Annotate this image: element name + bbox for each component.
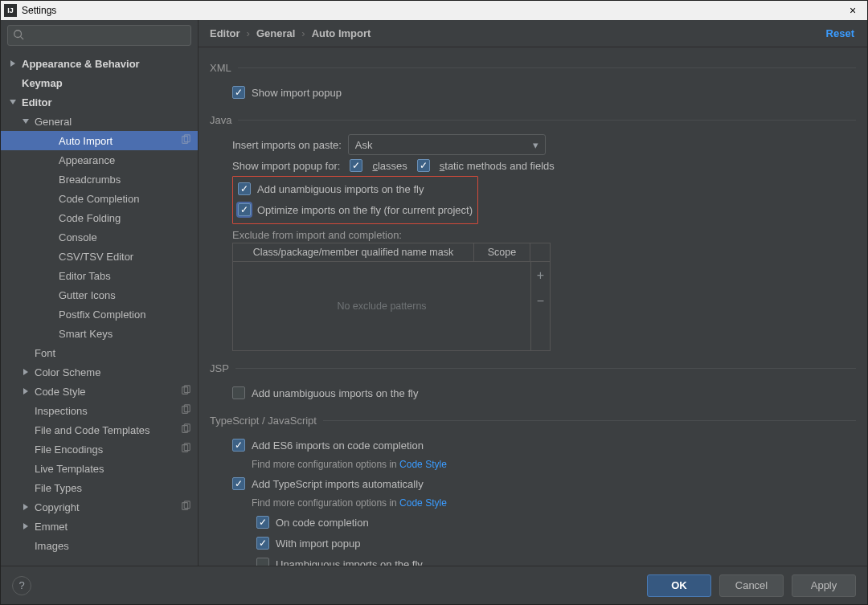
svg-line-1 bbox=[21, 36, 24, 39]
xml-show-popup-checkbox[interactable] bbox=[232, 86, 245, 99]
cancel-button[interactable]: Cancel bbox=[719, 574, 784, 597]
sidebar-item-csv-tsv-editor[interactable]: CSV/TSV Editor bbox=[1, 247, 198, 266]
group-jsp: JSP Add unambiguous imports on the fly bbox=[210, 362, 856, 403]
breadcrumb-auto-import: Auto Import bbox=[312, 27, 371, 39]
group-ts-legend: TypeScript / JavaScript bbox=[210, 415, 323, 427]
sidebar-item-code-folding[interactable]: Code Folding bbox=[1, 208, 198, 227]
sidebar-item-editor-tabs[interactable]: Editor Tabs bbox=[1, 266, 198, 285]
search-input[interactable] bbox=[27, 29, 186, 43]
sidebar-item-emmet[interactable]: Emmet bbox=[1, 517, 198, 536]
sidebar-item-auto-import[interactable]: Auto Import bbox=[1, 131, 198, 150]
sidebar-item-file-types[interactable]: File Types bbox=[1, 478, 198, 497]
sidebar-item-general[interactable]: General bbox=[1, 112, 198, 131]
add-unambiguous-java-label: Add unambiguous imports on the fly bbox=[257, 183, 424, 195]
sidebar-item-label: Font bbox=[35, 347, 191, 359]
chevron-right-icon: › bbox=[247, 27, 250, 39]
reset-link[interactable]: Reset bbox=[826, 27, 854, 39]
sidebar-item-console[interactable]: Console bbox=[1, 227, 198, 247]
add-exclude-button[interactable]: + bbox=[537, 268, 544, 283]
static-methods-checkbox[interactable] bbox=[417, 159, 430, 172]
sidebar-item-label: Smart Keys bbox=[59, 328, 191, 340]
on-code-completion-checkbox[interactable] bbox=[256, 516, 269, 529]
remove-exclude-button[interactable]: − bbox=[537, 294, 544, 309]
sidebar-item-label: Breadcrumbs bbox=[59, 174, 191, 186]
optimize-imports-label: Optimize imports on the fly (for current… bbox=[257, 204, 473, 216]
exclude-label: Exclude from import and completion: bbox=[232, 229, 856, 241]
close-button[interactable]: × bbox=[841, 4, 864, 17]
help-button[interactable]: ? bbox=[12, 576, 31, 595]
sidebar: Appearance & BehaviorKeymapEditorGeneral… bbox=[1, 20, 199, 566]
sidebar-item-label: Appearance & Behavior bbox=[22, 58, 191, 70]
sidebar-item-label: Gutter Icons bbox=[59, 289, 191, 301]
group-jsp-legend: JSP bbox=[210, 362, 235, 374]
settings-tree[interactable]: Appearance & BehaviorKeymapEditorGeneral… bbox=[1, 51, 198, 566]
sidebar-item-label: Live Templates bbox=[35, 463, 191, 475]
exclude-col-scope[interactable]: Scope bbox=[474, 243, 530, 261]
settings-window: IJ Settings × Appearance & BehaviorKeyma… bbox=[0, 0, 868, 605]
breadcrumb-general[interactable]: General bbox=[256, 27, 295, 39]
exclude-empty-text: No exclude patterns bbox=[233, 262, 530, 350]
code-style-link-2[interactable]: Code Style bbox=[399, 497, 447, 509]
optimize-imports-checkbox[interactable] bbox=[238, 203, 251, 216]
chevron-right-icon bbox=[22, 387, 31, 395]
xml-show-popup-label: Show import popup bbox=[252, 87, 342, 99]
sidebar-item-breadcrumbs[interactable]: Breadcrumbs bbox=[1, 170, 198, 189]
dialog-footer: ? OK Cancel Apply bbox=[1, 566, 867, 604]
sidebar-item-code-style[interactable]: Code Style bbox=[1, 382, 198, 401]
sidebar-item-file-encodings[interactable]: File Encodings bbox=[1, 439, 198, 459]
sidebar-item-inspections[interactable]: Inspections bbox=[1, 401, 198, 420]
sidebar-item-color-scheme[interactable]: Color Scheme bbox=[1, 362, 198, 382]
with-import-popup-checkbox[interactable] bbox=[256, 537, 269, 550]
svg-point-0 bbox=[14, 30, 22, 37]
ts-imports-checkbox[interactable] bbox=[232, 477, 245, 490]
sidebar-item-label: Keymap bbox=[22, 77, 191, 89]
sidebar-item-appearance-behavior[interactable]: Appearance & Behavior bbox=[1, 54, 198, 73]
insert-imports-combo[interactable]: Ask ▾ bbox=[348, 134, 546, 155]
scope-icon bbox=[180, 443, 191, 456]
sidebar-item-postfix-completion[interactable]: Postfix Completion bbox=[1, 305, 198, 324]
sidebar-item-editor[interactable]: Editor bbox=[1, 92, 198, 112]
chevron-down-icon: ▾ bbox=[533, 139, 538, 151]
sidebar-item-font[interactable]: Font bbox=[1, 343, 198, 362]
breadcrumb-editor[interactable]: Editor bbox=[210, 27, 240, 39]
group-xml-legend: XML bbox=[210, 62, 238, 74]
sidebar-item-label: General bbox=[35, 116, 191, 128]
sidebar-item-label: File Types bbox=[35, 482, 191, 494]
jsp-add-unambiguous-checkbox[interactable] bbox=[232, 386, 245, 399]
code-style-link[interactable]: Code Style bbox=[399, 459, 447, 470]
app-icon: IJ bbox=[4, 4, 17, 17]
sidebar-item-code-completion[interactable]: Code Completion bbox=[1, 189, 198, 208]
sidebar-item-smart-keys[interactable]: Smart Keys bbox=[1, 324, 198, 343]
search-box[interactable] bbox=[7, 25, 191, 46]
sidebar-item-file-and-code-templates[interactable]: File and Code Templates bbox=[1, 420, 198, 439]
sidebar-item-label: Code Completion bbox=[59, 193, 191, 205]
sidebar-item-live-templates[interactable]: Live Templates bbox=[1, 459, 198, 478]
scope-icon bbox=[180, 404, 191, 418]
breadcrumb: Editor › General › Auto Import bbox=[210, 27, 371, 39]
insert-imports-label: Insert imports on paste: bbox=[232, 139, 342, 151]
add-unambiguous-java-checkbox[interactable] bbox=[238, 182, 251, 195]
jsp-add-unambiguous-label: Add unambiguous imports on the fly bbox=[252, 387, 418, 399]
chevron-right-icon: › bbox=[301, 27, 305, 39]
sidebar-item-label: Appearance bbox=[59, 154, 191, 166]
sidebar-item-label: Auto Import bbox=[59, 135, 180, 147]
sidebar-item-label: Postfix Completion bbox=[59, 309, 191, 321]
with-import-popup-label: With import popup bbox=[276, 538, 361, 550]
search-icon bbox=[13, 29, 24, 43]
classes-checkbox[interactable] bbox=[350, 159, 362, 172]
sidebar-item-images[interactable]: Images bbox=[1, 536, 198, 555]
ok-button[interactable]: OK bbox=[647, 574, 711, 597]
highlight-box: Add unambiguous imports on the fly Optim… bbox=[232, 176, 478, 224]
classes-label: classes bbox=[372, 160, 407, 172]
sidebar-item-label: Copyright bbox=[35, 501, 180, 513]
unambiguous-ts-checkbox[interactable] bbox=[256, 558, 269, 566]
exclude-col-mask[interactable]: Class/package/member qualified name mask bbox=[233, 243, 474, 261]
insert-imports-value: Ask bbox=[355, 139, 373, 151]
group-xml: XML Show import popup bbox=[210, 62, 856, 103]
sidebar-item-keymap[interactable]: Keymap bbox=[1, 73, 198, 92]
sidebar-item-copyright[interactable]: Copyright bbox=[1, 497, 198, 517]
sidebar-item-gutter-icons[interactable]: Gutter Icons bbox=[1, 285, 198, 305]
es6-imports-checkbox[interactable] bbox=[232, 439, 245, 452]
sidebar-item-appearance[interactable]: Appearance bbox=[1, 150, 198, 170]
apply-button[interactable]: Apply bbox=[792, 574, 856, 597]
